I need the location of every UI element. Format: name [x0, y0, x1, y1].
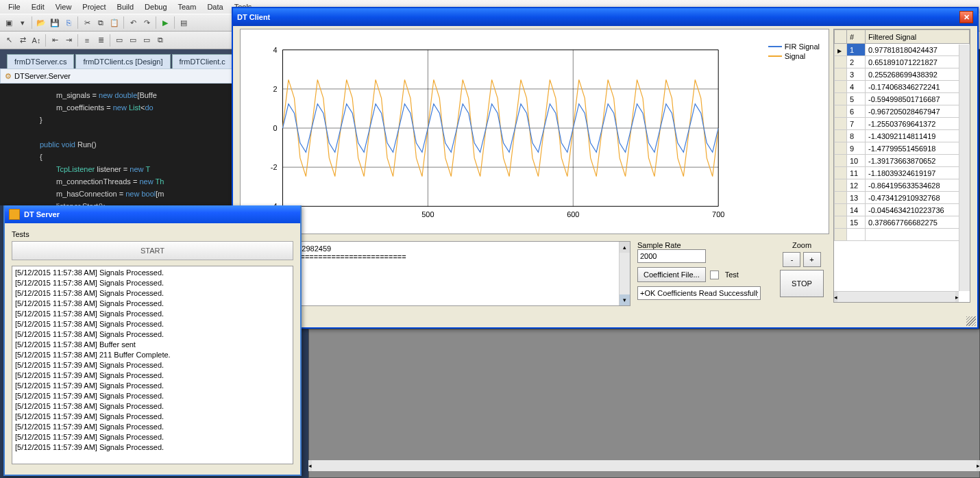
close-button[interactable]: ✕ — [959, 11, 973, 23]
font-icon[interactable]: A↕ — [30, 34, 42, 47]
table-row[interactable]: 13-0.473412910932768 — [835, 192, 970, 204]
redo-icon[interactable]: ↷ — [140, 16, 153, 29]
log-line: [5/12/2015 11:57:38 AM] Signals Processe… — [15, 288, 290, 299]
client-title: DT Client — [237, 13, 270, 21]
run-icon[interactable]: ▶ — [159, 16, 171, 29]
start-button[interactable]: START — [12, 241, 293, 260]
table-row[interactable]: 5-0.594998501716687 — [835, 93, 970, 105]
table-row[interactable]: 9-1.47799551456918 — [835, 142, 970, 155]
nav-icon[interactable]: ⇄ — [16, 34, 29, 47]
document-tab[interactable]: frmDTClient.cs [Design] — [75, 54, 170, 68]
log-line: [5/12/2015 11:57:38 AM] Signals Processe… — [15, 329, 290, 340]
menu-file[interactable]: File — [3, 1, 26, 12]
copy-icon[interactable]: ⧉ — [95, 16, 107, 29]
svg-text:-2: -2 — [271, 163, 278, 171]
menu-edit[interactable]: Edit — [26, 1, 50, 12]
log-line: [5/12/2015 11:57:38 AM] Buffer sent — [15, 340, 290, 350]
server-log[interactable]: [5/12/2015 11:57:38 AM] Signals Processe… — [12, 266, 293, 464]
app-icon — [9, 209, 20, 220]
dropdown-icon[interactable]: ▾ — [16, 16, 29, 29]
new-project-icon[interactable]: ▣ — [3, 16, 15, 29]
server-title: DT Server — [24, 210, 60, 218]
table-row[interactable]: 14-0.0454634210223736 — [835, 204, 970, 216]
scroll-up-icon[interactable]: ▴ — [620, 242, 630, 253]
table-row[interactable]: 11-1.18039324619197 — [835, 167, 970, 179]
save-all-icon[interactable]: ⎘ — [62, 16, 75, 29]
undo-icon[interactable]: ↶ — [127, 16, 139, 29]
document-tab[interactable]: frmDTClient.c — [172, 54, 233, 68]
indent-out-icon[interactable]: ⇤ — [49, 34, 61, 47]
menu-build[interactable]: Build — [112, 1, 139, 12]
table-row[interactable]: 10-1.39173663870652 — [835, 155, 970, 167]
log-line: [5/12/2015 11:57:38 AM] Signals Processe… — [15, 299, 290, 309]
status-field — [637, 286, 761, 300]
cut-icon[interactable]: ✂ — [81, 16, 93, 29]
menu-project[interactable]: Project — [77, 1, 111, 12]
window-icon[interactable]: ▭ — [140, 34, 153, 47]
paste-icon[interactable]: 📋 — [108, 16, 121, 29]
save-icon[interactable]: 💾 — [49, 16, 61, 29]
table-row[interactable]: 10.977818180424437 — [835, 44, 970, 56]
dt-client-window: DT Client ✕ -4-2024400500600700 FIR Sign… — [232, 7, 979, 329]
coefficient-file-button[interactable]: Coefficient File... — [637, 267, 706, 282]
document-tab[interactable]: frmDTServer.cs — [7, 54, 74, 68]
scroll-right-icon[interactable]: ▸ — [977, 460, 980, 471]
console-scrollbar[interactable]: ▴ ▾ — [619, 242, 630, 305]
scroll-left-icon[interactable]: ◂ — [834, 292, 837, 303]
signal-chart: -4-2024400500600700 — [240, 29, 829, 234]
log-line: [5/12/2015 11:57:38 AM] 211 Buffer Compl… — [15, 350, 290, 360]
comment-icon[interactable]: ▭ — [113, 34, 125, 47]
menu-data[interactable]: Data — [201, 1, 228, 12]
table-row[interactable]: 12-0.864195633534628 — [835, 179, 970, 192]
uncomment-icon[interactable]: ▭ — [127, 34, 139, 47]
table-row[interactable]: 150.378667766682275 — [835, 216, 970, 229]
client-titlebar[interactable]: DT Client ✕ — [233, 8, 977, 26]
resize-grip-icon[interactable] — [966, 316, 976, 326]
svg-text:0: 0 — [273, 124, 277, 132]
grid-corner — [835, 30, 847, 44]
scroll-right-icon[interactable]: ▸ — [955, 292, 959, 303]
table-row[interactable]: 8-1.43092114811419 — [835, 130, 970, 142]
scroll-down-icon[interactable]: ▾ — [620, 294, 630, 305]
test-checkbox[interactable] — [710, 271, 719, 279]
mdi-horizontal-scrollbar[interactable]: ◂ ▸ — [308, 460, 980, 471]
legend-fir: FIR Signal — [785, 42, 820, 51]
zoom-out-button[interactable]: - — [783, 252, 800, 267]
table-row[interactable]: 30.255268699438392 — [835, 68, 970, 81]
menu-debug[interactable]: Debug — [139, 1, 172, 12]
menu-team[interactable]: Team — [173, 1, 202, 12]
table-row[interactable]: 7-1.25503769641372 — [835, 118, 970, 130]
svg-text:600: 600 — [567, 210, 579, 218]
table-row[interactable]: 6-0.967205028467947 — [835, 105, 970, 118]
svg-text:2: 2 — [273, 85, 277, 93]
stop-button[interactable]: STOP — [780, 270, 824, 297]
grid-header-value[interactable]: Filtered Signal — [865, 30, 969, 44]
mdi-background — [308, 329, 980, 478]
svg-text:4: 4 — [273, 46, 277, 54]
log-line: [5/12/2015 11:57:39 AM] Signals Processe… — [15, 391, 290, 401]
menu-view[interactable]: View — [50, 1, 77, 12]
indent-in-icon[interactable]: ⇥ — [62, 34, 75, 47]
log-line: [5/12/2015 11:57:39 AM] Signals Processe… — [15, 370, 290, 381]
svg-text:700: 700 — [712, 210, 724, 218]
dt-server-window: DT Server Tests START [5/12/2015 11:57:3… — [3, 205, 302, 476]
server-titlebar[interactable]: DT Server — [5, 205, 300, 223]
scroll-left-icon[interactable]: ◂ — [308, 460, 312, 471]
grid-header-index[interactable]: # — [847, 30, 866, 44]
open-icon[interactable]: 📂 — [35, 16, 47, 29]
filtered-signal-grid[interactable]: # Filtered Signal 10.97781818042443720.6… — [833, 29, 970, 303]
align-left-icon[interactable]: ≡ — [81, 34, 93, 47]
log-line: [5/12/2015 11:57:38 AM] Signals Processe… — [15, 268, 290, 278]
table-row[interactable]: 20.651891071221827 — [835, 56, 970, 68]
windows-icon[interactable]: ⧉ — [154, 34, 167, 47]
table-row[interactable]: 4-0.174068346272241 — [835, 81, 970, 93]
zoom-in-button[interactable]: + — [803, 252, 821, 267]
grid-vertical-scrollbar[interactable] — [959, 45, 970, 291]
log-line: [5/12/2015 11:57:39 AM] Signals Processe… — [15, 360, 290, 370]
grid-horizontal-scrollbar[interactable]: ◂ ▸ — [834, 291, 959, 302]
log-line: [5/12/2015 11:57:38 AM] Signals Processe… — [15, 309, 290, 319]
align-right-icon[interactable]: ≣ — [95, 34, 107, 47]
sample-rate-input[interactable] — [637, 249, 706, 263]
misc-icon[interactable]: ▤ — [177, 16, 190, 29]
pointer-icon[interactable]: ↖ — [3, 34, 15, 47]
